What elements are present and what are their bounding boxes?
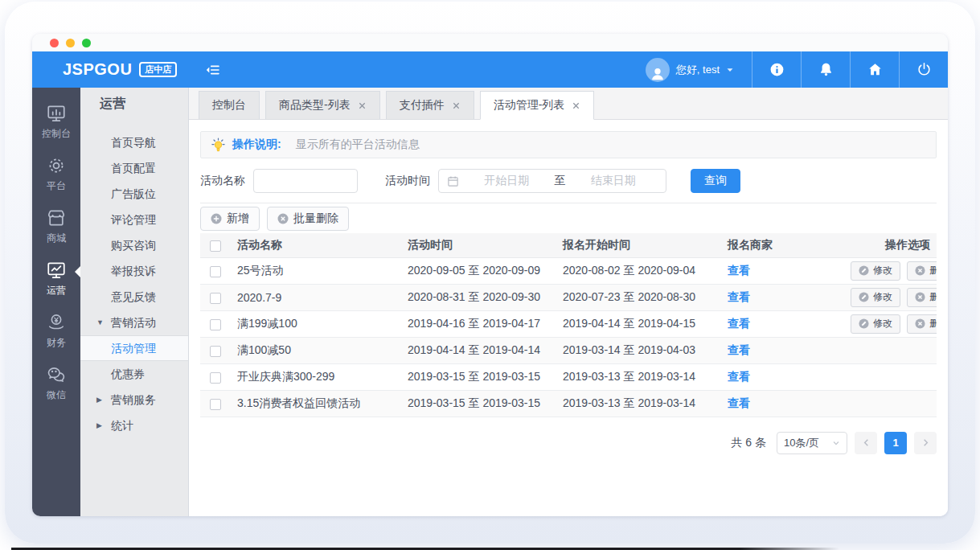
plus-circle-icon [211, 213, 222, 224]
view-merchants-link[interactable]: 查看 [728, 264, 750, 277]
cell-activity-time: 2019-04-16 至 2019-04-17 [403, 310, 558, 337]
close-window-button[interactable] [50, 39, 59, 47]
menu-item-举报投诉[interactable]: 举报投诉 [80, 258, 188, 284]
tab-label: 商品类型-列表 [279, 98, 351, 113]
delete-button-label: 删除 [929, 290, 937, 304]
select-all-checkbox[interactable] [210, 240, 221, 252]
menu-item-label: 意见反馈 [111, 290, 156, 303]
date-range-input[interactable]: 开始日期 至 结束日期 [438, 169, 666, 193]
edit-button[interactable]: 修改 [851, 261, 900, 281]
menu-item-统计[interactable]: ▶统计 [80, 412, 188, 438]
page-size-select[interactable]: 10条/页 [777, 432, 847, 454]
tab-label: 支付插件 [400, 98, 445, 113]
logout-button[interactable] [899, 51, 948, 88]
menu-item-活动管理[interactable]: 活动管理 [80, 335, 188, 361]
row-checkbox[interactable] [210, 266, 221, 277]
close-tab-icon[interactable] [572, 101, 580, 110]
close-tab-icon[interactable] [358, 101, 367, 110]
menu-item-意见反馈[interactable]: 意见反馈 [80, 284, 188, 310]
header-actions: 操作选项 [839, 233, 937, 257]
page-content: 操作说明: 显示所有的平台活动信息 活动名称 活动时间 开始日期 至 结束日期 [189, 120, 948, 516]
activity-time-label: 活动时间 [385, 174, 430, 188]
tab-bar: 控制台商品类型-列表支付插件活动管理-列表 [189, 88, 948, 120]
tab-控制台[interactable]: 控制台 [199, 91, 260, 119]
sidebar-item-operations[interactable]: 运营 [32, 252, 80, 305]
menu-item-首页配置[interactable]: 首页配置 [80, 155, 188, 181]
cell-activity-time: 2020-08-31 至 2020-09-30 [403, 284, 558, 310]
menu-item-营销活动[interactable]: ▼营销活动 [80, 310, 188, 335]
total-count: 共 6 条 [731, 436, 766, 450]
sidebar-item-finance[interactable]: 财务 [32, 305, 80, 357]
secondary-sidebar-title: 运营 [80, 88, 188, 120]
cell-signup-time: 2020-08-02 至 2020-09-04 [558, 257, 723, 284]
menu-item-label: 首页配置 [111, 162, 156, 174]
bulb-icon [211, 138, 226, 153]
edit-button[interactable]: 修改 [851, 288, 900, 307]
end-date-placeholder[interactable]: 结束日期 [569, 174, 658, 188]
view-merchants-link[interactable]: 查看 [728, 317, 750, 330]
activity-name-input[interactable] [253, 169, 358, 193]
cell-activity-name: 25号活动 [232, 257, 403, 284]
notifications-button[interactable] [801, 51, 850, 88]
tab-活动管理-列表[interactable]: 活动管理-列表 [480, 91, 595, 120]
sidebar-item-mall[interactable]: 商城 [32, 200, 80, 252]
collapse-menu-icon [204, 62, 220, 78]
menu-item-label: 首页导航 [111, 136, 156, 149]
tab-label: 控制台 [212, 98, 246, 113]
sidebar-item-dashboard[interactable]: 控制台 [32, 96, 80, 148]
minimize-window-button[interactable] [66, 39, 75, 47]
user-menu[interactable]: 您好, test [638, 51, 752, 88]
menu-item-广告版位[interactable]: 广告版位 [80, 181, 188, 207]
row-checkbox[interactable] [210, 399, 221, 410]
menu-item-购买咨询[interactable]: 购买咨询 [80, 232, 188, 258]
view-merchants-link[interactable]: 查看 [728, 396, 750, 409]
header-merchants: 报名商家 [723, 233, 839, 257]
tab-商品类型-列表[interactable]: 商品类型-列表 [265, 91, 380, 119]
add-button[interactable]: 新增 [200, 207, 260, 231]
view-merchants-link[interactable]: 查看 [728, 343, 750, 356]
edit-button[interactable]: 修改 [851, 314, 900, 334]
menu-item-首页导航[interactable]: 首页导航 [80, 129, 188, 155]
current-page-button[interactable]: 1 [884, 432, 907, 454]
menu-item-营销服务[interactable]: ▶营销服务 [80, 387, 188, 412]
table-toolbar: 新增 批量删除 [200, 203, 937, 231]
date-range-separator: 至 [555, 174, 566, 188]
sidebar-item-label: 运营 [47, 284, 66, 298]
home-button[interactable] [850, 51, 899, 88]
chevron-right-icon: ▶ [96, 412, 102, 438]
close-circle-icon [915, 292, 925, 302]
next-page-button[interactable] [914, 432, 937, 454]
menu-item-优惠券[interactable]: 优惠券 [80, 361, 188, 387]
sidebar-collapse-button[interactable] [199, 51, 226, 88]
operation-notice-bar: 操作说明: 显示所有的平台活动信息 [200, 131, 937, 158]
chevron-down-icon [832, 439, 840, 447]
cell-activity-time: 2020-09-05 至 2020-09-09 [403, 257, 558, 284]
delete-button[interactable]: 删除 [907, 288, 937, 307]
info-button[interactable] [752, 51, 801, 88]
close-tab-icon[interactable] [452, 101, 461, 110]
view-merchants-link[interactable]: 查看 [728, 290, 750, 303]
batch-delete-button[interactable]: 批量删除 [267, 207, 349, 231]
cell-activity-time: 2019-03-15 至 2019-03-15 [403, 390, 558, 417]
delete-button-label: 删除 [929, 317, 937, 330]
delete-button[interactable]: 删除 [907, 261, 937, 281]
row-checkbox[interactable] [210, 293, 221, 304]
view-merchants-link[interactable]: 查看 [728, 370, 750, 383]
row-checkbox[interactable] [210, 319, 221, 330]
previous-page-button[interactable] [855, 432, 877, 454]
delete-button[interactable]: 删除 [907, 314, 937, 334]
tab-支付插件[interactable]: 支付插件 [386, 91, 474, 119]
search-button[interactable]: 查询 [691, 169, 740, 193]
start-date-placeholder[interactable]: 开始日期 [462, 174, 552, 188]
row-checkbox[interactable] [210, 372, 221, 384]
menu-item-评论管理[interactable]: 评论管理 [80, 207, 188, 232]
edit-circle-icon [859, 292, 869, 302]
row-checkbox[interactable] [210, 346, 221, 357]
sidebar-item-label: 财务 [47, 336, 66, 350]
sidebar-item-platform[interactable]: 平台 [32, 148, 80, 200]
table-header-row: 活动名称 活动时间 报名开始时间 报名商家 操作选项 [200, 233, 937, 257]
user-avatar [646, 58, 670, 82]
sidebar-item-wechat[interactable]: 微信 [32, 357, 80, 409]
header-activity-time: 活动时间 [403, 233, 558, 257]
zoom-window-button[interactable] [82, 39, 91, 47]
